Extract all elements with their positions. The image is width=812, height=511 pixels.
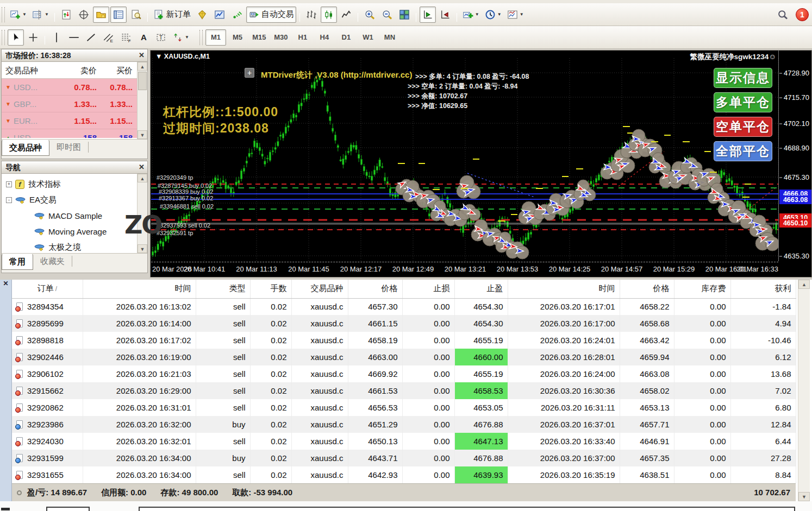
- new-order-button[interactable]: 新订单: [151, 7, 193, 23]
- chart-plot[interactable]: ▼ XAUUSD.c,M1 繁微巫要纯净sgwk1234☺ + MTDriver…: [151, 51, 778, 261]
- timeframe-mn-button[interactable]: MN: [379, 29, 400, 46]
- navigator-item-太极之境[interactable]: 太极之境: [2, 239, 147, 253]
- scroll-up-icon[interactable]: ▲: [138, 62, 147, 71]
- orders-column-header[interactable]: 价格: [620, 280, 674, 298]
- tab-common[interactable]: 常用: [2, 254, 33, 270]
- orders-column-header[interactable]: 库存费: [674, 280, 730, 298]
- column-bid[interactable]: 卖价: [65, 62, 101, 78]
- orders-column-header[interactable]: 止损: [402, 280, 454, 298]
- column-ask[interactable]: 买价: [101, 62, 137, 78]
- scroll-thumb[interactable]: [138, 72, 147, 90]
- toolbar-grip[interactable]: [2, 30, 5, 45]
- order-row[interactable]: 329061022026.03.20 16:21:03sell0.02xauus…: [12, 365, 796, 382]
- candlestick-button[interactable]: [321, 7, 337, 23]
- orders-scrollbar[interactable]: ▲ ▼: [798, 280, 810, 501]
- scroll-down-icon[interactable]: ▼: [138, 244, 147, 253]
- order-row[interactable]: 329315992026.03.20 16:34:00buy0.02xauusd…: [12, 450, 796, 466]
- arrows-button[interactable]: ▼: [170, 29, 191, 46]
- fibonacci-button[interactable]: F: [118, 29, 134, 46]
- close-icon[interactable]: ✕: [139, 161, 145, 173]
- profiles-button[interactable]: ▼: [30, 7, 51, 23]
- market-watch-row[interactable]: ▼USD...0.78...0.78...: [2, 79, 137, 96]
- order-row[interactable]: 329239862026.03.20 16:32:00buy0.02xauusd…: [12, 416, 796, 433]
- chart-window[interactable]: ▼ XAUUSD.c,M1 繁微巫要纯净sgwk1234☺ + MTDriver…: [150, 50, 812, 277]
- strategy-tester-toggle[interactable]: [128, 7, 144, 23]
- tile-windows-button[interactable]: [396, 7, 413, 23]
- tree-expander-icon[interactable]: +: [6, 181, 12, 187]
- timeframe-h1-button[interactable]: H1: [292, 29, 313, 46]
- time-axis[interactable]: 20 Mar 202620 Mar 10:4120 Mar 11:1320 Ma…: [151, 262, 778, 275]
- templates-button[interactable]: ▼: [505, 7, 526, 23]
- toolbar-grip[interactable]: [2, 7, 5, 22]
- column-symbol[interactable]: 交易品种: [2, 62, 65, 78]
- new-chart-button[interactable]: ▼: [8, 7, 29, 23]
- orders-column-header[interactable]: 止盈: [454, 280, 508, 298]
- timeframe-h4-button[interactable]: H4: [314, 29, 335, 46]
- scroll-up-icon[interactable]: ▲: [798, 280, 810, 289]
- orders-column-header[interactable]: 价格: [348, 280, 402, 298]
- timeframe-m1-button[interactable]: M1: [205, 29, 226, 46]
- orders-column-header[interactable]: 手数: [250, 280, 291, 298]
- scroll-down-icon[interactable]: ▼: [798, 492, 810, 501]
- metaeditor-button[interactable]: [194, 7, 210, 23]
- order-row[interactable]: 329208622026.03.20 16:31:01sell0.02xauus…: [12, 399, 796, 416]
- order-row[interactable]: 328956992026.03.20 16:14:00sell0.02xauus…: [12, 315, 796, 332]
- charts-button[interactable]: [211, 7, 228, 23]
- order-row[interactable]: 329024462026.03.20 16:19:00sell0.02xauus…: [12, 349, 796, 365]
- autotrading-button[interactable]: 自动交易: [246, 7, 296, 23]
- close-icon[interactable]: ✕: [3, 280, 8, 287]
- timeframe-m15-button[interactable]: M15: [249, 29, 270, 46]
- market-watch-row[interactable]: ▼EUR...1.15...1.15...: [2, 112, 137, 129]
- market-watch-header[interactable]: 交易品种 卖价 买价: [2, 62, 137, 79]
- trendline-button[interactable]: [83, 29, 99, 46]
- order-row[interactable]: 329156622026.03.20 16:29:00sell0.02xauus…: [12, 382, 796, 399]
- tab-symbols[interactable]: 交易品种: [2, 140, 49, 156]
- expand-panel-button[interactable]: +: [245, 68, 254, 78]
- cursor-button[interactable]: [8, 29, 24, 46]
- text-label-button[interactable]: T: [153, 29, 169, 46]
- navigator-toggle[interactable]: [93, 7, 109, 23]
- vertical-line-button[interactable]: [48, 29, 65, 46]
- tab-tick-chart[interactable]: 即时图: [49, 140, 88, 156]
- order-row[interactable]: 329240302026.03.20 16:32:01sell0.02xauus…: [12, 433, 796, 450]
- navigator-item-ea交易[interactable]: -EA交易: [2, 192, 147, 208]
- orders-column-header[interactable]: 交易品种: [291, 280, 348, 298]
- market-watch-row[interactable]: ▲USD...158158: [2, 129, 137, 138]
- orders-header-row[interactable]: 订单 /时间类型手数交易品种价格止损止盈时间价格库存费获利: [12, 280, 796, 298]
- zoom-out-button[interactable]: [379, 7, 395, 23]
- data-window-toggle[interactable]: [76, 7, 92, 23]
- scroll-up-icon[interactable]: ▲: [138, 174, 147, 182]
- order-row[interactable]: 328988182026.03.20 16:17:02sell0.02xauus…: [12, 332, 796, 349]
- close-shorts-button[interactable]: 空单平仓: [714, 117, 772, 137]
- timeframe-d1-button[interactable]: D1: [336, 29, 357, 46]
- market-watch-toggle[interactable]: [58, 7, 74, 23]
- navigator-item-技术指标[interactable]: +f技术指标: [2, 176, 147, 192]
- signals-button[interactable]: [229, 7, 245, 23]
- text-button[interactable]: A: [135, 29, 152, 46]
- periods-button[interactable]: ▼: [483, 7, 504, 23]
- orders-column-header[interactable]: 时间: [83, 280, 196, 298]
- order-row[interactable]: 328943542026.03.20 16:13:02sell0.02xauus…: [12, 298, 796, 315]
- auto-scroll-button[interactable]: [420, 7, 436, 23]
- timeframe-m5-button[interactable]: M5: [227, 29, 248, 46]
- tree-expander-icon[interactable]: -: [6, 197, 12, 203]
- zoom-in-button[interactable]: [361, 7, 378, 23]
- chart-shift-button[interactable]: [437, 7, 453, 23]
- search-icon[interactable]: [774, 7, 791, 23]
- timeframe-m30-button[interactable]: M30: [271, 29, 291, 46]
- market-watch-scrollbar[interactable]: ▲ ▼: [137, 62, 147, 139]
- tab-favorites[interactable]: 收藏夹: [33, 254, 72, 270]
- order-row[interactable]: 329316552026.03.20 16:34:00sell0.02xauus…: [12, 466, 796, 483]
- orders-column-header[interactable]: 时间: [508, 280, 620, 298]
- orders-column-header[interactable]: 类型: [196, 280, 250, 298]
- channel-button[interactable]: E: [101, 29, 117, 46]
- indicators-button[interactable]: ▼: [460, 7, 482, 23]
- timeframe-w1-button[interactable]: W1: [358, 29, 378, 46]
- bar-chart-button[interactable]: [303, 7, 320, 23]
- close-icon[interactable]: ✕: [139, 49, 145, 61]
- close-longs-button[interactable]: 多单平仓: [714, 92, 772, 112]
- scroll-down-icon[interactable]: ▼: [138, 130, 147, 139]
- toolbar-grip[interactable]: [199, 30, 203, 45]
- crosshair-button[interactable]: [25, 29, 41, 46]
- market-watch-row[interactable]: ▼GBP...1.33...1.33...: [2, 96, 137, 112]
